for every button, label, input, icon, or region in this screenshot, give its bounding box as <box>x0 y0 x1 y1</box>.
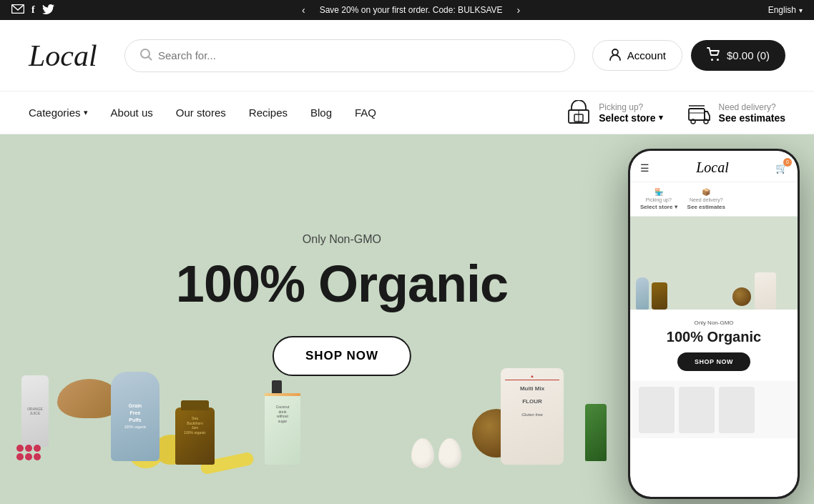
product-grain-puffs: GrainFreePuffs100% organic <box>111 372 160 461</box>
need-delivery-label: Need delivery? <box>719 102 785 112</box>
phone-hero-bg <box>630 217 798 310</box>
phone-hero-content: Only Non-GMO 100% Organic SHOP NOW <box>630 310 798 381</box>
phone-product-row <box>630 381 798 438</box>
store-picker[interactable]: Picking up? Select store ▾ <box>566 100 662 126</box>
picking-up-label: Picking up? <box>599 102 662 112</box>
phone-store-picker: 🏪 Picking up? Select store ▾ <box>640 188 677 210</box>
chevron-down-icon: ▾ <box>799 6 803 14</box>
delivery-picker[interactable]: Need delivery? See estimates <box>686 100 785 126</box>
twitter-icon[interactable] <box>42 4 54 16</box>
store-picker-text: Picking up? Select store ▾ <box>599 102 662 124</box>
promo-prev-button[interactable]: ‹ <box>299 4 308 16</box>
header-actions: Account $0.00 (0) <box>592 40 785 71</box>
social-icons: f <box>11 4 54 16</box>
store-icon <box>566 100 592 126</box>
promo-text: Save 20% on your first order. Code: BULK… <box>320 5 503 15</box>
cart-total: $0.00 (0) <box>727 49 770 61</box>
product-greens <box>585 404 607 461</box>
see-estimates-button[interactable]: See estimates <box>719 112 785 124</box>
search-bar <box>124 39 575 72</box>
phone-header: ☰ Local 🛒 0 <box>630 151 798 182</box>
chevron-down-icon: ▾ <box>84 108 88 117</box>
delivery-picker-text: Need delivery? See estimates <box>719 102 785 124</box>
svg-rect-8 <box>689 109 705 120</box>
svg-point-1 <box>141 49 149 58</box>
phone-logo: Local <box>696 159 729 176</box>
account-icon <box>609 48 622 63</box>
delivery-icon <box>686 100 712 126</box>
nav-item-about[interactable]: About us <box>111 107 153 119</box>
svg-point-3 <box>711 59 713 61</box>
phone-shop-button[interactable]: SHOP NOW <box>677 352 750 371</box>
product-raspberries <box>16 444 44 461</box>
hero-section: ORANGEJUICE GrainFreePuffs100% organic S… <box>0 134 814 504</box>
nav-links: Categories ▾ About us Our stores Recipes… <box>29 107 566 119</box>
product-jar: SeaBuckthornJam100% organic <box>175 407 215 465</box>
nav-item-blog[interactable]: Blog <box>310 107 332 119</box>
phone-nav-sub: 🏪 Picking up? Select store ▾ 📦 Need deli… <box>630 182 798 217</box>
product-drink-box: Coconutdrinkwithoutsugar <box>265 393 300 465</box>
product-can: ORANGEJUICE <box>21 375 49 447</box>
account-label: Account <box>627 49 666 61</box>
select-store-button[interactable]: Select store ▾ <box>599 112 662 124</box>
nav-item-stores[interactable]: Our stores <box>176 107 226 119</box>
header: Local Account <box>0 20 814 92</box>
nav-item-faq[interactable]: FAQ <box>355 107 376 119</box>
promo-banner: ‹ Save 20% on your first order. Code: BU… <box>299 4 523 16</box>
search-input[interactable] <box>158 49 560 61</box>
hero-title: 100% Organic <box>176 255 508 313</box>
phone-frame: ☰ Local 🛒 0 🏪 Picking up? Select store ▾ <box>628 149 800 499</box>
cart-button[interactable]: $0.00 (0) <box>691 40 785 71</box>
phone-hamburger-icon: ☰ <box>640 162 649 174</box>
promo-next-button[interactable]: › <box>514 4 524 16</box>
product-flour: ▲ Multi MixFLOURGluten free <box>501 368 564 465</box>
top-bar: f ‹ Save 20% on your first order. Code: … <box>0 0 814 20</box>
phone-hero-subtitle: Only Non-GMO <box>640 320 788 326</box>
search-icon <box>139 48 152 64</box>
phone-cart-icon: 🛒 0 <box>775 162 788 174</box>
cart-icon <box>707 47 721 64</box>
chevron-down-icon: ▾ <box>659 113 663 122</box>
nav-item-recipes[interactable]: Recipes <box>249 107 288 119</box>
svg-point-4 <box>717 59 719 61</box>
facebook-icon[interactable]: f <box>31 4 35 16</box>
nav-store-options: Picking up? Select store ▾ Need delivery… <box>566 100 785 126</box>
nav-item-categories[interactable]: Categories ▾ <box>29 107 88 119</box>
navigation: Categories ▾ About us Our stores Recipes… <box>0 92 814 134</box>
phone-screen: ☰ Local 🛒 0 🏪 Picking up? Select store ▾ <box>630 151 798 497</box>
hero-subtitle: Only Non-GMO <box>176 233 508 246</box>
hero-content: Only Non-GMO 100% Organic SHOP NOW <box>176 233 508 376</box>
logo[interactable]: Local <box>29 39 107 73</box>
email-icon[interactable] <box>11 4 24 16</box>
phone-mockup: ☰ Local 🛒 0 🏪 Picking up? Select store ▾ <box>614 134 814 504</box>
svg-point-2 <box>612 49 618 55</box>
hero-shop-button[interactable]: SHOP NOW <box>273 336 411 376</box>
phone-hero-title: 100% Organic <box>640 329 788 345</box>
account-button[interactable]: Account <box>592 40 682 71</box>
phone-delivery-picker: 📦 Need delivery? See estimates <box>687 188 725 210</box>
language-label: English <box>768 5 796 15</box>
language-selector[interactable]: English ▾ <box>768 5 803 15</box>
product-eggs <box>411 438 461 468</box>
